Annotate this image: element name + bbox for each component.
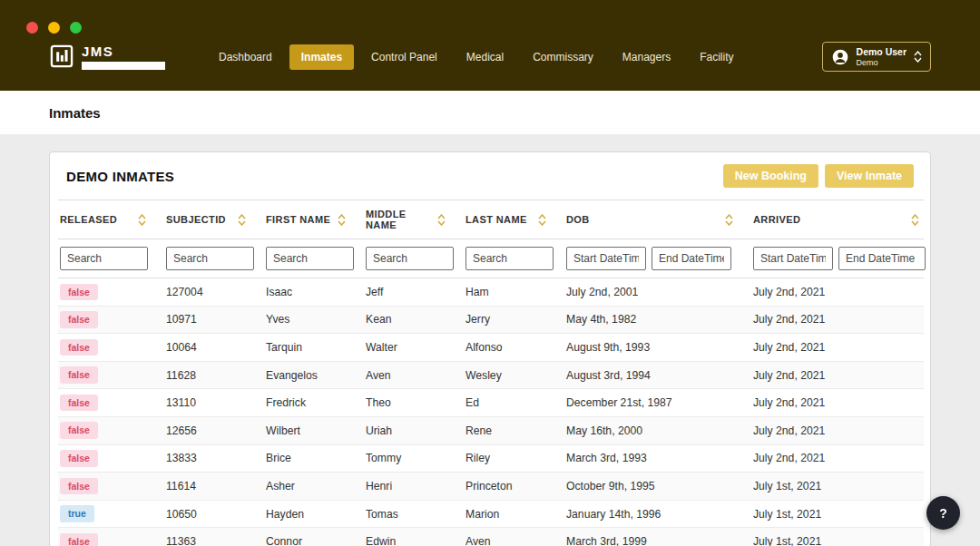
cell-dob: August 9th, 1993 xyxy=(564,334,751,362)
released-badge: false xyxy=(60,339,98,356)
cell-first_name: Yves xyxy=(264,306,364,334)
maximize-button[interactable] xyxy=(70,22,82,34)
column-header-arrived[interactable]: ARRIVED xyxy=(751,200,924,239)
column-header-last_name[interactable]: LAST NAME xyxy=(464,200,564,239)
main-nav: DashboardInmatesControl PanelMedicalComm… xyxy=(207,44,746,70)
released-badge: false xyxy=(60,395,98,412)
minimize-button[interactable] xyxy=(48,22,60,34)
cell-released: false xyxy=(58,278,164,307)
cell-released: false xyxy=(58,416,164,444)
sort-icon[interactable] xyxy=(911,214,919,226)
table-row[interactable]: false11363ConnorEdwinAvenMarch 3rd, 1999… xyxy=(58,528,924,546)
new-booking-button[interactable]: New Booking xyxy=(723,164,818,188)
brand-name: JMS xyxy=(82,44,165,59)
table-row[interactable]: false10971YvesKeanJerryMay 4th, 1982July… xyxy=(58,306,924,334)
cell-subjectid: 127004 xyxy=(164,278,264,307)
filter-start-arrived[interactable] xyxy=(753,247,833,270)
table-row[interactable]: true10650HaydenTomasMarionJanuary 14th, … xyxy=(58,500,924,528)
filter-start-dob[interactable] xyxy=(566,247,646,270)
cell-dob: December 21st, 1987 xyxy=(564,389,751,417)
filter-end-arrived[interactable] xyxy=(838,247,926,270)
filter-end-dob[interactable] xyxy=(652,247,731,270)
table-row[interactable]: false127004IsaacJeffHamJuly 2nd, 2001Jul… xyxy=(58,278,924,307)
cell-first_name: Brice xyxy=(264,444,364,473)
column-label-last_name: LAST NAME xyxy=(466,214,527,225)
card-actions: New Booking View Inmate xyxy=(723,164,914,188)
table-wrap: RELEASEDSUBJECTIDFIRST NAMEMIDDLE NAMELA… xyxy=(50,200,930,546)
nav-item-inmates[interactable]: Inmates xyxy=(289,44,354,70)
nav-item-commissary[interactable]: Commissary xyxy=(521,44,605,70)
table-header-row: RELEASEDSUBJECTIDFIRST NAMEMIDDLE NAMELA… xyxy=(58,200,924,239)
filter-search-first_name[interactable] xyxy=(266,247,354,270)
table-row[interactable]: false11614AsherHenriPrincetonOctober 9th… xyxy=(58,473,924,501)
sort-icon[interactable] xyxy=(437,214,446,226)
cell-first_name: Hayden xyxy=(264,500,364,528)
cell-dob: May 16th, 2000 xyxy=(564,416,751,444)
cell-subjectid: 11614 xyxy=(164,473,264,501)
cell-last_name: Wesley xyxy=(464,361,564,389)
cell-last_name: Rene xyxy=(464,416,564,444)
close-button[interactable] xyxy=(26,22,38,34)
sort-icon[interactable] xyxy=(338,214,346,226)
help-button[interactable]: ? xyxy=(926,496,960,530)
user-menu[interactable]: Demo User Demo xyxy=(822,42,931,72)
cell-arrived: July 2nd, 2021 xyxy=(751,278,924,307)
nav-item-dashboard[interactable]: Dashboard xyxy=(207,44,284,70)
cell-middle_name: Theo xyxy=(364,389,464,417)
traffic-lights xyxy=(0,0,980,34)
sort-icon[interactable] xyxy=(138,214,146,226)
nav-item-facility[interactable]: Facility xyxy=(688,44,745,70)
cell-middle_name: Tommy xyxy=(364,444,464,473)
cell-last_name: Aven xyxy=(464,528,564,546)
cell-last_name: Princeton xyxy=(464,473,564,501)
cell-released: false xyxy=(58,306,164,334)
table-row[interactable]: false12656WilbertUriahReneMay 16th, 2000… xyxy=(58,416,924,444)
cell-last_name: Ham xyxy=(464,278,564,307)
cell-arrived: July 2nd, 2021 xyxy=(751,361,924,389)
column-header-middle_name[interactable]: MIDDLE NAME xyxy=(364,200,464,239)
filter-search-subjectid[interactable] xyxy=(166,247,254,270)
table-row[interactable]: false13110FredrickTheoEdDecember 21st, 1… xyxy=(58,389,924,417)
released-badge: false xyxy=(60,478,98,495)
view-inmate-button[interactable]: View Inmate xyxy=(825,164,914,188)
nav-item-control-panel[interactable]: Control Panel xyxy=(359,44,449,70)
column-label-subjectid: SUBJECTID xyxy=(166,214,226,225)
inmates-table: RELEASEDSUBJECTIDFIRST NAMEMIDDLE NAMELA… xyxy=(58,200,924,546)
column-header-released[interactable]: RELEASED xyxy=(58,200,164,239)
cell-released: false xyxy=(58,473,164,501)
sort-icon[interactable] xyxy=(538,214,546,226)
user-role: Demo xyxy=(857,58,906,68)
filter-search-last_name[interactable] xyxy=(466,247,554,270)
cell-middle_name: Tomas xyxy=(364,500,464,528)
cell-middle_name: Kean xyxy=(364,306,464,334)
table-row[interactable]: false13833BriceTommyRileyMarch 3rd, 1993… xyxy=(58,444,924,473)
filter-search-middle_name[interactable] xyxy=(366,247,454,270)
column-header-subjectid[interactable]: SUBJECTID xyxy=(164,200,264,239)
cell-arrived: July 2nd, 2021 xyxy=(751,389,924,417)
cell-released: false xyxy=(58,528,164,546)
cell-dob: March 3rd, 1999 xyxy=(564,528,751,546)
cell-dob: October 9th, 1995 xyxy=(564,473,751,501)
column-header-first_name[interactable]: FIRST NAME xyxy=(264,200,364,239)
cell-middle_name: Uriah xyxy=(364,416,464,444)
page-title: Inmates xyxy=(49,105,101,121)
brand-bar xyxy=(82,62,165,70)
table-row[interactable]: false10064TarquinWalterAlfonsoAugust 9th… xyxy=(58,334,924,362)
filter-cell-arrived xyxy=(751,239,924,278)
sort-icon[interactable] xyxy=(725,214,733,226)
table-row[interactable]: false11628EvangelosAvenWesleyAugust 3rd,… xyxy=(58,361,924,389)
nav-item-managers[interactable]: Managers xyxy=(611,44,682,70)
cell-dob: March 3rd, 1993 xyxy=(564,444,751,473)
column-header-dob[interactable]: DOB xyxy=(564,200,751,239)
table-body: false127004IsaacJeffHamJuly 2nd, 2001Jul… xyxy=(58,278,924,546)
cell-first_name: Fredrick xyxy=(264,389,364,417)
cell-arrived: July 1st, 2021 xyxy=(751,500,924,528)
sort-icon[interactable] xyxy=(238,214,246,226)
cell-dob: January 14th, 1996 xyxy=(564,500,751,528)
cell-released: false xyxy=(58,361,164,389)
filter-search-released[interactable] xyxy=(60,247,148,270)
cell-first_name: Connor xyxy=(264,528,364,546)
content: DEMO INMATES New Booking View Inmate REL… xyxy=(0,134,980,546)
nav-item-medical[interactable]: Medical xyxy=(455,44,515,70)
cell-released: false xyxy=(58,334,164,362)
